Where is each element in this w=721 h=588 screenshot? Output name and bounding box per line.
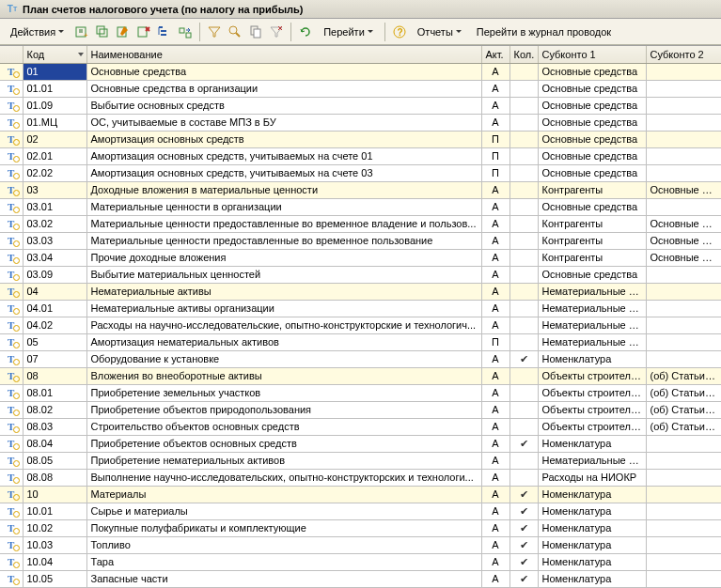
- cell-sub1: Номенклатура: [538, 553, 646, 570]
- table-row[interactable]: T08.04Приобретение объектов основных сре…: [0, 435, 721, 452]
- cell-sub1: Номенклатура: [538, 486, 646, 503]
- col-icon-header[interactable]: [0, 46, 23, 63]
- table-row[interactable]: T10.04ТараА✔Номенклатура: [0, 553, 721, 570]
- cell-sub2: [646, 164, 721, 181]
- cell-sub1: Нематериальные ак...: [538, 283, 646, 300]
- copy-icon[interactable]: [246, 23, 265, 41]
- table-row[interactable]: T01Основные средстваАОсновные средства: [0, 63, 721, 80]
- hierarchy-icon[interactable]: [155, 23, 174, 41]
- cell-code: 05: [23, 333, 86, 350]
- table-row[interactable]: T10.03ТопливоА✔Номенклатура: [0, 536, 721, 553]
- table-row[interactable]: T10.01Сырье и материалыА✔Номенклатура: [0, 503, 721, 519]
- table-row[interactable]: T07Оборудование к установкеА✔Номенклатур…: [0, 350, 721, 367]
- table-row[interactable]: T03.04Прочие доходные вложенияАКонтраген…: [0, 249, 721, 266]
- refresh-icon[interactable]: [296, 23, 315, 41]
- cell-sub2: [646, 469, 721, 486]
- table-row[interactable]: T08.08Выполнение научно-исследовательски…: [0, 469, 721, 486]
- cell-sub2: (об) Статьи за...: [646, 367, 721, 384]
- table-row[interactable]: T03.01Материальные ценности в организаци…: [0, 198, 721, 215]
- table-row[interactable]: T08Вложения во внеоборотные активыАОбъек…: [0, 367, 721, 384]
- cell-name: ОС, учитываемые в составе МПЗ в БУ: [86, 114, 481, 131]
- row-type-icon: T: [0, 486, 23, 503]
- cell-act: А: [481, 435, 509, 452]
- cell-name: Тара: [86, 553, 481, 570]
- col-sub2-header[interactable]: Субконто 2: [646, 46, 721, 63]
- row-type-icon: T: [0, 367, 23, 384]
- table-row[interactable]: T04Нематериальные активыАНематериальные …: [0, 283, 721, 300]
- table-row[interactable]: T03.03Материальные ценности предоставлен…: [0, 232, 721, 249]
- edit-icon[interactable]: [114, 23, 133, 41]
- titlebar: TT План счетов налогового учета (по нало…: [0, 0, 721, 19]
- col-qty-header[interactable]: Кол.: [509, 46, 538, 63]
- cell-qty: [509, 63, 538, 80]
- col-name-header[interactable]: Наименование: [86, 46, 481, 63]
- row-type-icon: T: [0, 401, 23, 418]
- table-row[interactable]: T10.05Запасные частиА✔Номенклатура: [0, 570, 721, 587]
- cell-code: 08.03: [23, 418, 86, 435]
- table-row[interactable]: T02.01Амортизация основных средств, учит…: [0, 147, 721, 164]
- cell-sub1: Нематериальные ак...: [538, 452, 646, 469]
- cell-name: Материальные ценности в организации: [86, 198, 481, 215]
- window-title: План счетов налогового учета (по налогу …: [23, 4, 303, 15]
- table-row[interactable]: T10.02Покупные полуфабрикаты и комплекту…: [0, 519, 721, 536]
- window: TT План счетов налогового учета (по нало…: [0, 0, 721, 588]
- dropdown-icon: [456, 30, 462, 33]
- table-row[interactable]: T05Амортизация нематериальных активовПНе…: [0, 333, 721, 350]
- table-row[interactable]: T08.03Строительство объектов основных ср…: [0, 418, 721, 435]
- table-row[interactable]: T03.09Выбытие материальных ценностейАОсн…: [0, 266, 721, 283]
- col-act-header[interactable]: Акт.: [481, 46, 509, 63]
- cell-name: Покупные полуфабрикаты и комплектующие: [86, 519, 481, 536]
- col-code-header[interactable]: Код: [23, 46, 86, 63]
- cell-qty: ✔: [509, 536, 538, 553]
- help-icon[interactable]: ?: [390, 23, 409, 41]
- add-icon[interactable]: +: [72, 23, 91, 41]
- svg-rect-7: [138, 27, 147, 37]
- row-type-icon: T: [0, 131, 23, 147]
- cell-act: П: [481, 131, 509, 147]
- table-row[interactable]: T10МатериалыА✔Номенклатура: [0, 486, 721, 503]
- actions-menu[interactable]: Действия: [4, 23, 71, 40]
- cell-act: А: [481, 570, 509, 587]
- table-row[interactable]: T01.01Основные средства в организацииАОс…: [0, 80, 721, 97]
- table-row[interactable]: T08.02Приобретение объектов природопольз…: [0, 401, 721, 418]
- cell-act: А: [481, 63, 509, 80]
- row-type-icon: T: [0, 266, 23, 283]
- cell-sub1: Объекты строитель...: [538, 367, 646, 384]
- cell-qty: [509, 215, 538, 232]
- cell-sub2: [646, 553, 721, 570]
- table-row[interactable]: T02.02Амортизация основных средств, учит…: [0, 164, 721, 181]
- move-icon[interactable]: [176, 23, 195, 41]
- cell-sub1: Основные средства: [538, 131, 646, 147]
- col-sub1-header[interactable]: Субконто 1: [538, 46, 646, 63]
- table-row[interactable]: T01.09Выбытие основных средствАОсновные …: [0, 97, 721, 114]
- clear-filter-icon[interactable]: [267, 23, 286, 41]
- cell-act: А: [481, 536, 509, 553]
- table-row[interactable]: T01.МЦОС, учитываемые в составе МПЗ в БУ…: [0, 114, 721, 131]
- cell-name: Нематериальные активы: [86, 283, 481, 300]
- grid-scroll[interactable]: Код Наименование Акт. Кол. Субконто 1 Су…: [0, 45, 721, 588]
- cell-sub1: Основные средства: [538, 80, 646, 97]
- cell-act: А: [481, 283, 509, 300]
- table-row[interactable]: T04.01Нематериальные активы организацииА…: [0, 300, 721, 317]
- reports-menu[interactable]: Отчеты: [411, 23, 468, 40]
- table-row[interactable]: T03.02Материальные ценности предоставлен…: [0, 215, 721, 232]
- find-icon[interactable]: [226, 23, 244, 41]
- delete-icon[interactable]: [134, 23, 153, 41]
- table-row[interactable]: T04.02Расходы на научно-исследовательски…: [0, 317, 721, 333]
- cell-qty: [509, 367, 538, 384]
- filter-icon[interactable]: [205, 23, 224, 41]
- table-row[interactable]: T08.01Приобретение земельных участковАОб…: [0, 384, 721, 401]
- cell-code: 08.02: [23, 401, 86, 418]
- table-row[interactable]: T08.05Приобретение нематериальных активо…: [0, 452, 721, 469]
- cell-act: А: [481, 97, 509, 114]
- table-row[interactable]: T02Амортизация основных средствПОсновные…: [0, 131, 721, 147]
- cell-qty: [509, 401, 538, 418]
- add-group-icon[interactable]: [93, 23, 112, 41]
- cell-qty: [509, 469, 538, 486]
- table-row[interactable]: T03Доходные вложения в материальные ценн…: [0, 181, 721, 198]
- navigate-menu[interactable]: Перейти: [317, 23, 380, 40]
- row-type-icon: T: [0, 317, 23, 333]
- svg-point-16: [229, 26, 237, 34]
- journal-link[interactable]: Перейти в журнал проводок: [470, 23, 618, 40]
- cell-name: Материальные ценности предоставленные во…: [86, 215, 481, 232]
